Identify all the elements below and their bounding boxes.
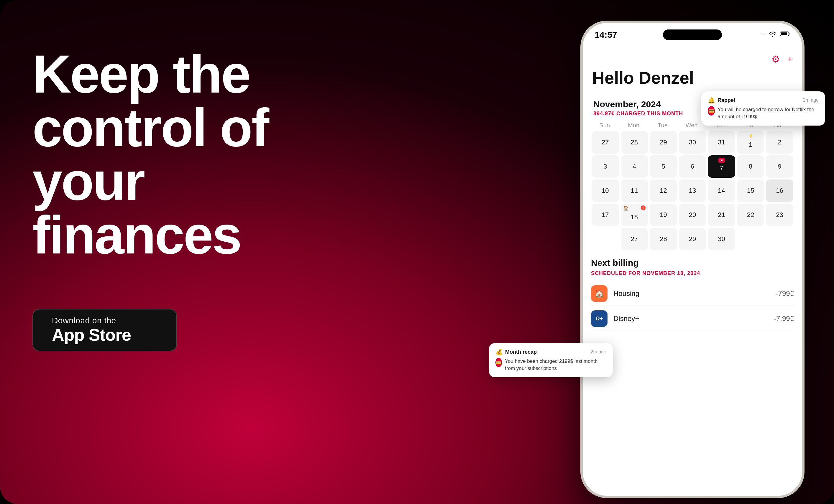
cal-grid: 27 28 29 30 31 ⚡ 1 2 3 4 5 6	[589, 130, 796, 253]
cal-day-29[interactable]: 29	[679, 228, 706, 250]
housing-amount: -799€	[776, 290, 794, 298]
cal-day-empty2	[737, 228, 764, 250]
cal-day-19[interactable]: 19	[650, 204, 677, 226]
status-time: 14:57	[595, 30, 617, 40]
download-on-label: Download on the	[52, 316, 131, 325]
notif-rappel-time: 2m ago	[803, 97, 819, 103]
headline-line2: control of	[32, 101, 313, 155]
headline-line1: Keep the	[32, 47, 313, 101]
cal-day-18[interactable]: 🏠 1 18	[621, 204, 648, 226]
svg-rect-1	[781, 32, 787, 36]
cal-day-30[interactable]: 30	[708, 228, 735, 250]
notif-rappel-icon: 💳	[708, 106, 715, 116]
phone-area: 🔔 Rappel 2m ago 💳 You will be charged to…	[557, 9, 816, 504]
wifi-icon	[769, 31, 777, 39]
notif-rappel-icon-emoji: 💳	[708, 108, 714, 114]
notif-rappel-body: You will be charged tomorrow for Netflix…	[718, 106, 819, 120]
cal-day-1[interactable]: ⚡ 1	[737, 131, 764, 154]
cal-day-prev27[interactable]: 27	[592, 131, 619, 154]
greeting-text: Hello Denzel	[583, 68, 802, 93]
notif-rappel-header: 🔔 Rappel 2m ago	[708, 97, 819, 104]
next-billing-section: Next billing SCHEDULED FOR NOVEMBER 18, …	[583, 253, 802, 331]
cal-day-11[interactable]: 11	[621, 180, 648, 202]
cal-day-10[interactable]: 10	[592, 180, 619, 202]
status-icons: ···	[760, 31, 790, 39]
cal-day-empty1	[592, 228, 619, 250]
notif-month-time: 2m ago	[591, 349, 606, 354]
cal-day-6[interactable]: 6	[679, 155, 706, 178]
cal-day-28[interactable]: 28	[650, 228, 677, 250]
cal-day-17[interactable]: 17	[592, 204, 619, 226]
notif-month-money-emoji: 💰	[496, 348, 503, 356]
dot-badge: 1	[641, 205, 645, 210]
cal-day-prev29[interactable]: 29	[650, 131, 677, 154]
headline-line3: your finances	[32, 155, 313, 262]
cal-day-21[interactable]: 21	[708, 204, 735, 226]
cal-day-14[interactable]: 14	[708, 180, 735, 202]
billing-item-disney[interactable]: D+ Disney+ -7.99€	[591, 306, 794, 331]
housing-icon: 🏠	[591, 285, 608, 302]
cal-day-9[interactable]: 9	[766, 155, 793, 178]
home-badge-icon: 🏠	[623, 205, 629, 211]
signal-icon: ···	[760, 31, 766, 39]
settings-icon[interactable]: ⚙	[771, 54, 780, 65]
app-store-text: Download on the App Store	[52, 316, 131, 344]
weekday-tue: Tue.	[650, 122, 677, 129]
netflix-indicator: ■	[718, 158, 725, 163]
notif-rappel-bell: 🔔	[708, 97, 715, 104]
housing-name: Housing	[613, 290, 776, 298]
left-content: Keep the control of your finances Downlo…	[32, 47, 313, 351]
cal-day-4[interactable]: 4	[621, 155, 648, 178]
next-billing-title: Next billing	[591, 258, 794, 268]
cal-day-prev30[interactable]: 30	[679, 131, 706, 154]
cal-day-12[interactable]: 12	[650, 180, 677, 202]
cal-day-15[interactable]: 15	[737, 180, 764, 202]
disney-icon: D+	[591, 311, 608, 327]
cal-day-8[interactable]: 8	[737, 155, 764, 178]
notif-rappel-body-row: 💳 You will be charged tomorrow for Netfl…	[708, 106, 819, 120]
notif-rappel-title-row: 🔔 Rappel	[708, 97, 735, 104]
cal-day-empty3	[766, 228, 793, 250]
cal-day-prev31[interactable]: 31	[708, 131, 735, 154]
headline: Keep the control of your finances	[32, 47, 313, 262]
dynamic-island	[663, 29, 722, 40]
lightning-badge-icon: ⚡	[748, 134, 753, 138]
cal-day-16[interactable]: 16	[766, 180, 793, 202]
notif-month-icon-emoji: 💳	[496, 360, 502, 365]
weekday-sun: Sun.	[592, 122, 619, 129]
scheduled-text: SCHEDULED FOR NOVEMBER 18, 2024	[591, 270, 794, 276]
notif-month-title-row: 💰 Month recap	[496, 348, 537, 356]
notification-month-recap: 💰 Month recap 2m ago 💳 You have been cha…	[489, 343, 613, 377]
app-store-button[interactable]: Download on the App Store	[32, 309, 177, 351]
cal-day-22[interactable]: 22	[737, 204, 764, 226]
disney-amount: -7.99€	[774, 315, 794, 323]
cal-day-7-today[interactable]: ■ 7	[708, 155, 735, 178]
notif-month-icon: 💳	[496, 358, 502, 367]
add-icon[interactable]: +	[787, 54, 793, 65]
cal-day-prev28[interactable]: 28	[621, 131, 648, 154]
notif-month-title: Month recap	[505, 349, 537, 355]
notification-rappel: 🔔 Rappel 2m ago 💳 You will be charged to…	[701, 91, 825, 125]
notif-rappel-title: Rappel	[718, 97, 735, 104]
cal-day-5[interactable]: 5	[650, 155, 677, 178]
billing-item-housing[interactable]: 🏠 Housing -799€	[591, 281, 794, 306]
cal-day-2[interactable]: 2	[766, 131, 793, 154]
app-header: ⚙ +	[583, 47, 802, 68]
notif-month-body: You have been charged 2199$ last month f…	[505, 358, 606, 372]
cal-day-3[interactable]: 3	[592, 155, 619, 178]
weekday-mon: Mon.	[620, 122, 648, 129]
notif-month-body-row: 💳 You have been charged 2199$ last month…	[496, 358, 606, 372]
app-store-label: App Store	[52, 325, 131, 344]
cal-day-20[interactable]: 20	[679, 204, 706, 226]
disney-name: Disney+	[613, 315, 774, 323]
battery-icon	[780, 31, 790, 39]
cal-day-27[interactable]: 27	[621, 228, 648, 250]
cal-day-13[interactable]: 13	[679, 180, 706, 202]
cal-day-23[interactable]: 23	[766, 204, 793, 226]
notif-month-header: 💰 Month recap 2m ago	[496, 348, 606, 356]
